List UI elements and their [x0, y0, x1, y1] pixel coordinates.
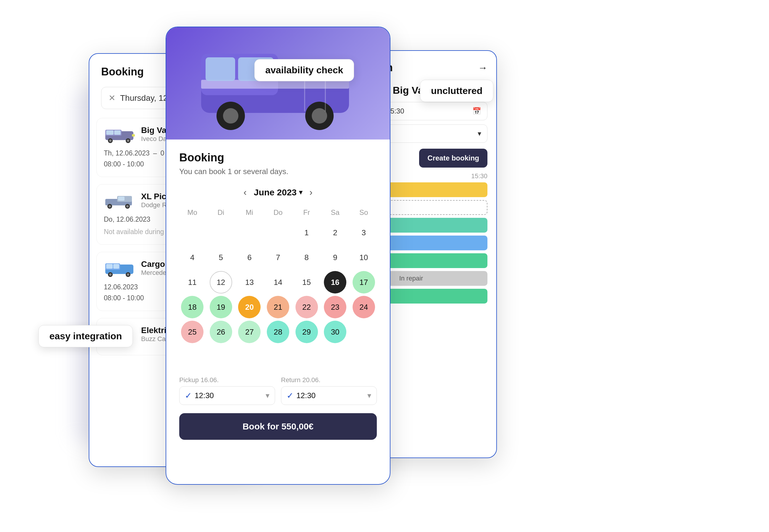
calendar-empty-1	[210, 221, 232, 244]
vehicle-time-cargovan: 08:00 - 10:00	[104, 293, 144, 304]
svg-point-21	[109, 273, 111, 276]
calendar-day-27[interactable]: 27	[238, 321, 260, 343]
calendar-day-23[interactable]: 23	[324, 296, 346, 318]
calendar-day-8[interactable]: 8	[295, 246, 318, 269]
calendar-grid: MoDiMiDoFrSaSo12345678910111213141516171…	[179, 206, 377, 368]
calendar-nav: ‹ June 2023 ▾ ›	[179, 187, 377, 198]
svg-point-23	[127, 273, 129, 276]
prev-month-button[interactable]: ‹	[243, 187, 247, 198]
return-chevron-icon: ▾	[367, 391, 371, 400]
calendar-day-24[interactable]: 24	[352, 296, 375, 318]
calendar-day-6[interactable]: 6	[238, 246, 260, 269]
calendar-day-4[interactable]: 4	[181, 246, 203, 269]
calendar-empty-3	[267, 221, 289, 244]
calendar-booking-subtitle: You can book 1 or several days.	[179, 167, 377, 176]
timeline-end-time: 15:30	[471, 172, 488, 180]
calendar-card: Booking You can book 1 or several days. …	[166, 27, 391, 485]
svg-point-7	[127, 140, 129, 142]
calendar-day-29[interactable]: 29	[295, 321, 318, 343]
svg-rect-19	[113, 264, 119, 269]
vehicle-count-bigvan: 0	[161, 148, 164, 159]
vehicle-date-bigvan: Th, 12.06.2023	[104, 148, 150, 159]
pickup-return-row: Pickup 16.06. ✓ 12:30 ▾ Return 20.06. ✓ …	[179, 376, 377, 405]
book-button[interactable]: Book for 550,00€	[179, 413, 377, 440]
svg-point-13	[109, 205, 111, 207]
svg-rect-11	[118, 197, 124, 201]
calendar-day-12[interactable]: 12	[210, 271, 232, 293]
svg-rect-35	[205, 57, 235, 81]
calendar-day-11[interactable]: 11	[181, 271, 203, 293]
van-hero-image	[166, 27, 390, 140]
calendar-empty-38	[267, 346, 289, 368]
availability-tooltip: availability check	[254, 59, 354, 81]
day-header-fr: Fr	[293, 206, 320, 219]
pickup-select[interactable]: ✓ 12:30 ▾	[179, 386, 275, 405]
calendar-day-19[interactable]: 19	[210, 296, 232, 318]
calendar-day-13[interactable]: 13	[238, 271, 260, 293]
day-header-di: Di	[208, 206, 234, 219]
calendar-day-3[interactable]: 3	[352, 221, 375, 244]
pickup-time: 12:30	[195, 391, 214, 400]
calendar-day-28[interactable]: 28	[267, 321, 289, 343]
svg-point-15	[126, 205, 129, 207]
easy-integration-tooltip: easy integration	[38, 325, 133, 347]
calendar-empty-37	[238, 346, 260, 368]
day-header-do: Do	[265, 206, 291, 219]
day-header-sa: Sa	[322, 206, 348, 219]
calendar-day-1[interactable]: 1	[295, 221, 318, 244]
calendar-empty-2	[238, 221, 260, 244]
chevron-down-icon: ▾	[478, 129, 481, 138]
calendar-icon: 📅	[472, 107, 481, 115]
calendar-day-10[interactable]: 10	[352, 246, 375, 269]
calendar-day-18[interactable]: 18	[181, 296, 203, 318]
calendar-empty-0	[181, 221, 203, 244]
calendar-day-9[interactable]: 9	[324, 246, 346, 269]
disposition-arrow-icon[interactable]: →	[478, 62, 488, 73]
svg-rect-3	[114, 130, 121, 135]
day-header-mo: Mo	[179, 206, 205, 219]
return-time: 12:30	[296, 391, 315, 400]
svg-point-39	[223, 108, 238, 124]
pickup-field: Pickup 16.06. ✓ 12:30 ▾	[179, 376, 275, 405]
day-header-mi: Mi	[236, 206, 263, 219]
month-label: June 2023 ▾	[254, 187, 302, 197]
calendar-day-16[interactable]: 16	[324, 271, 346, 293]
vehicle-image-bigvan	[104, 125, 136, 143]
calendar-empty-36	[210, 346, 232, 368]
calendar-day-5[interactable]: 5	[210, 246, 232, 269]
calendar-empty-40	[324, 346, 346, 368]
calendar-day-22[interactable]: 22	[295, 296, 318, 318]
calendar-day-20[interactable]: 20	[238, 296, 260, 318]
calendar-day-2[interactable]: 2	[324, 221, 346, 244]
close-icon[interactable]: ✕	[109, 93, 115, 103]
calendar-day-17[interactable]: 17	[352, 271, 375, 293]
svg-point-41	[312, 108, 327, 124]
calendar-empty-35	[181, 346, 203, 368]
next-month-button[interactable]: ›	[309, 187, 312, 198]
calendar-day-26[interactable]: 26	[210, 321, 232, 343]
svg-rect-18	[106, 264, 113, 269]
pickup-label: Pickup 16.06.	[179, 376, 275, 384]
svg-rect-2	[106, 130, 114, 135]
vehicle-image-xlpickup	[104, 192, 136, 209]
create-booking-button[interactable]: Create booking	[419, 149, 488, 168]
calendar-day-15[interactable]: 15	[295, 271, 318, 293]
calendar-day-21[interactable]: 21	[267, 296, 289, 318]
return-check-icon: ✓	[286, 391, 293, 400]
calendar-day-14[interactable]: 14	[267, 271, 289, 293]
calendar-day-25[interactable]: 25	[181, 321, 203, 343]
calendar-booking-title: Booking	[179, 151, 377, 164]
return-label: Return 20.06.	[281, 376, 377, 384]
vehicle-image-cargovan	[104, 259, 136, 277]
svg-rect-8	[132, 134, 135, 137]
day-header-so: So	[350, 206, 377, 219]
pickup-chevron-icon: ▾	[265, 391, 269, 400]
vehicle-time-bigvan: 08:00 - 10:00	[104, 159, 144, 170]
month-dropdown-icon[interactable]: ▾	[299, 189, 302, 196]
calendar-day-7[interactable]: 7	[267, 246, 289, 269]
calendar-empty-34	[352, 321, 375, 343]
calendar-day-30[interactable]: 30	[324, 321, 346, 343]
calendar-empty-39	[295, 346, 318, 368]
return-select[interactable]: ✓ 12:30 ▾	[281, 386, 377, 405]
uncluttered-tooltip: uncluttered	[420, 80, 493, 102]
